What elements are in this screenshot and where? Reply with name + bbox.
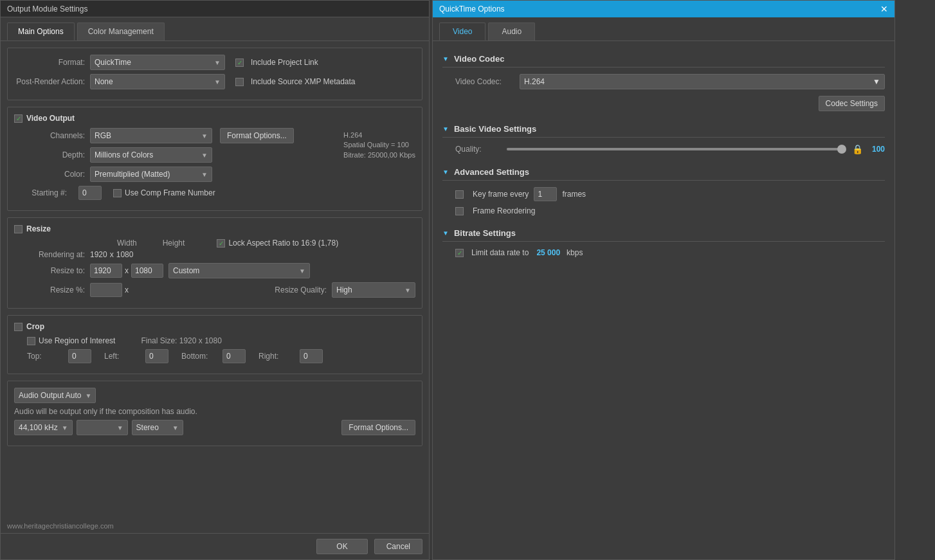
- resize-title: Resize: [26, 224, 51, 233]
- audio-format-options-button[interactable]: Format Options...: [341, 420, 415, 435]
- qt-close-button[interactable]: ✕: [880, 4, 888, 14]
- height-header: Height: [163, 239, 185, 248]
- video-output-body: Channels: RGB ▼ Format Options... Depth:…: [14, 128, 415, 204]
- basic-video-title: Basic Video Settings: [454, 124, 536, 134]
- x-sep-1: x: [110, 250, 114, 259]
- include-xmp-label: Include Source XMP Metadata: [251, 77, 356, 86]
- crop-checkbox[interactable]: [14, 323, 23, 331]
- audio-output-dropdown[interactable]: Audio Output Auto ▼: [14, 388, 96, 403]
- video-codec-dropdown[interactable]: H.264 ▼: [520, 74, 885, 89]
- post-render-arrow: ▼: [214, 78, 221, 86]
- resize-h-input[interactable]: [131, 264, 163, 278]
- bitrate-row: Limit data rate to 25 000 kbps: [442, 248, 885, 257]
- roi-row-inner: Use Region of Interest: [27, 336, 115, 345]
- bitrate-checkbox[interactable]: [455, 249, 464, 257]
- channels-dropdown[interactable]: RGB ▼: [90, 128, 212, 143]
- bitrate-header[interactable]: ▼ Bitrate Settings: [442, 225, 885, 242]
- tab-color-management[interactable]: Color Management: [77, 23, 165, 41]
- x-sep-2: x: [125, 266, 129, 275]
- starting-row: Starting #: Use Comp Frame Number: [14, 186, 337, 200]
- include-project-link-row: Include Project Link: [235, 58, 318, 67]
- audio-stereo-dropdown[interactable]: Stereo ▼: [132, 420, 183, 435]
- crop-header: Crop: [14, 322, 415, 331]
- bitrate-title: Bitrate Settings: [454, 228, 516, 238]
- lock-aspect-checkbox[interactable]: [217, 239, 225, 248]
- codec-settings-row: Codec Settings: [442, 96, 885, 111]
- advanced-settings-arrow: ▼: [442, 168, 449, 176]
- frame-reorder-checkbox[interactable]: [455, 207, 464, 215]
- limit-data-rate-label: Limit data rate to: [471, 248, 529, 257]
- audio-bits-dropdown[interactable]: ▼: [77, 420, 128, 435]
- keyframe-unit: frames: [562, 190, 586, 199]
- roi-checkbox[interactable]: [27, 337, 35, 345]
- depth-dropdown[interactable]: Millions of Colors ▼: [90, 147, 212, 163]
- color-dropdown[interactable]: Premultiplied (Matted) ▼: [90, 167, 212, 182]
- crop-section: Crop Use Region of Interest Final Size: …: [7, 315, 422, 374]
- basic-video-header[interactable]: ▼ Basic Video Settings: [442, 121, 885, 138]
- quality-slider[interactable]: [507, 148, 846, 150]
- video-output-checkbox[interactable]: [14, 114, 23, 123]
- keyframe-checkbox[interactable]: [455, 190, 464, 199]
- cancel-button[interactable]: Cancel: [374, 539, 422, 554]
- qt-title: QuickTime Options: [439, 5, 505, 14]
- crop-values-row: Top: Left: Bottom: Right:: [14, 349, 415, 363]
- channels-label: Channels:: [14, 131, 85, 140]
- output-module-window: Output Module Settings Main Options Colo…: [0, 0, 430, 560]
- codec-row: Video Codec: H.264 ▼: [442, 74, 885, 89]
- rendering-w: 1920: [90, 250, 107, 259]
- resize-pct-label: Resize %:: [14, 285, 85, 294]
- include-project-link-checkbox[interactable]: [235, 59, 244, 67]
- lock-aspect-label: Lock Aspect Ratio to 16:9 (1,78): [228, 239, 338, 248]
- depth-row: Depth: Millions of Colors ▼: [14, 147, 337, 163]
- depth-label: Depth:: [14, 150, 85, 159]
- frame-reorder-label: Frame Reordering: [473, 206, 535, 215]
- top-input[interactable]: [68, 349, 91, 363]
- starting-label: Starting #:: [14, 188, 67, 197]
- right-input[interactable]: [300, 349, 323, 363]
- resize-preset-dropdown[interactable]: Custom ▼: [168, 263, 310, 278]
- starting-input[interactable]: [78, 186, 102, 200]
- bottom-link: www.heritagechristiancollege.com: [1, 519, 429, 533]
- advanced-settings-header[interactable]: ▼ Advanced Settings: [442, 164, 885, 181]
- basic-video-section: ▼ Basic Video Settings Quality: 🔒 100: [442, 121, 885, 154]
- include-xmp-checkbox[interactable]: [235, 78, 244, 86]
- tab-main-options[interactable]: Main Options: [7, 23, 75, 41]
- format-dropdown[interactable]: QuickTime ▼: [90, 55, 225, 70]
- advanced-settings-title: Advanced Settings: [454, 167, 529, 177]
- qt-tab-video[interactable]: Video: [439, 23, 486, 41]
- use-comp-frame-label: Use Comp Frame Number: [125, 188, 215, 197]
- resize-w-input[interactable]: [90, 264, 122, 278]
- post-render-dropdown[interactable]: None ▼: [90, 74, 225, 89]
- audio-settings-row: 44,100 kHz ▼ ▼ Stereo ▼ Format Options..…: [14, 420, 415, 435]
- advanced-settings-section: ▼ Advanced Settings Key frame every fram…: [442, 164, 885, 215]
- ok-button[interactable]: OK: [316, 539, 367, 554]
- resize-pct-w[interactable]: [90, 283, 122, 297]
- use-comp-frame-checkbox[interactable]: [113, 189, 122, 197]
- video-output-section: Video Output Channels: RGB ▼ Format Opti…: [7, 107, 422, 211]
- lock-icon: 🔒: [852, 144, 863, 154]
- resize-quality-dropdown[interactable]: High ▼: [332, 282, 415, 298]
- codec-settings-button[interactable]: Codec Settings: [819, 96, 885, 111]
- qt-tab-audio[interactable]: Audio: [488, 23, 535, 41]
- resize-header: Resize: [14, 224, 415, 233]
- resize-pct-row: Resize %: x Resize Quality: High ▼: [14, 282, 415, 298]
- output-tabs-row: Main Options Color Management: [1, 17, 429, 41]
- video-output-header: Video Output: [14, 114, 415, 123]
- qt-content: ▼ Video Codec Video Codec: H.264 ▼ Codec…: [433, 41, 894, 559]
- left-input[interactable]: [145, 349, 168, 363]
- audio-rate-dropdown[interactable]: 44,100 kHz ▼: [14, 420, 73, 435]
- codec-info-block: H.264Spatial Quality = 100Bitrate: 25000…: [343, 131, 415, 160]
- video-codec-header[interactable]: ▼ Video Codec: [442, 51, 885, 68]
- audio-section: Audio Output Auto ▼ Audio will be output…: [7, 381, 422, 446]
- quality-value: 100: [866, 145, 885, 154]
- include-xmp-row: Include Source XMP Metadata: [235, 77, 356, 86]
- keyframe-input[interactable]: [534, 187, 557, 201]
- left-label: Left:: [104, 352, 143, 361]
- rendering-at-label: Rendering at:: [14, 250, 85, 259]
- format-options-button[interactable]: Format Options...: [220, 128, 294, 143]
- format-section: Format: QuickTime ▼ Include Project Link…: [7, 48, 422, 100]
- resize-checkbox[interactable]: [14, 225, 23, 233]
- video-codec-title: Video Codec: [454, 54, 505, 64]
- video-left: Channels: RGB ▼ Format Options... Depth:…: [14, 128, 337, 204]
- bottom-input[interactable]: [222, 349, 246, 363]
